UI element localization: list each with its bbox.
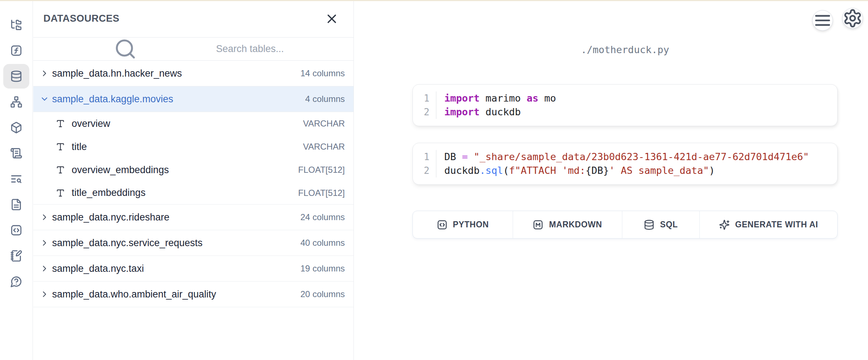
help-chat-icon bbox=[10, 275, 22, 288]
chevron-right-icon bbox=[40, 290, 49, 299]
table-row[interactable]: sample_data.hn.hacker_news14 columns bbox=[33, 61, 353, 86]
line-number: 1 bbox=[413, 150, 436, 164]
column-type: VARCHAR bbox=[303, 142, 345, 152]
notebook-filename[interactable]: ./motherduck.py bbox=[412, 44, 838, 55]
settings-button[interactable] bbox=[842, 8, 863, 29]
add-cell-button-label: SQL bbox=[660, 220, 678, 230]
add-cell-button-label: PYTHON bbox=[453, 220, 489, 230]
rail-item-dependencies[interactable] bbox=[10, 96, 22, 108]
column-type: VARCHAR bbox=[303, 119, 345, 129]
code-cell[interactable]: 12import marimo as moimport duckdb bbox=[412, 84, 838, 126]
code-line: import duckdb bbox=[444, 105, 837, 119]
line-number: 2 bbox=[413, 164, 436, 177]
column-name: title bbox=[72, 141, 87, 153]
rail-item-file-explorer[interactable] bbox=[10, 19, 22, 31]
code-square-icon bbox=[437, 219, 448, 230]
document-icon bbox=[10, 198, 22, 211]
table-row[interactable]: sample_data.who.ambient_air_quality20 co… bbox=[33, 282, 353, 307]
column-row[interactable]: titleVARCHAR bbox=[33, 135, 353, 158]
search-icon bbox=[42, 38, 209, 60]
panel-title: DATASOURCES bbox=[43, 13, 119, 24]
scroll-icon bbox=[10, 147, 22, 159]
line-number: 2 bbox=[413, 105, 436, 119]
rail-item-logs[interactable] bbox=[10, 147, 22, 159]
column-count: 40 columns bbox=[300, 238, 345, 248]
chevron-right-toggle[interactable] bbox=[40, 264, 49, 273]
code-editor[interactable]: DB = "_share/sample_data/23b0d623-1361-4… bbox=[436, 150, 837, 177]
column-count: 4 columns bbox=[305, 94, 345, 104]
rail-item-variables[interactable] bbox=[10, 44, 22, 57]
table-list: sample_data.hn.hacker_news14 columnssamp… bbox=[33, 61, 353, 307]
column-name: overview_embeddings bbox=[72, 164, 169, 176]
column-name: title_embeddings bbox=[72, 187, 145, 198]
icon-rail bbox=[0, 0, 33, 360]
rail-item-packages[interactable] bbox=[10, 121, 22, 134]
rail-item-help[interactable] bbox=[10, 275, 22, 288]
close-panel-button[interactable] bbox=[325, 12, 339, 26]
chevron-right-icon bbox=[40, 213, 49, 222]
text-type-icon bbox=[56, 165, 65, 175]
add-cell-generate-with-ai-button[interactable]: GENERATE WITH AI bbox=[699, 211, 837, 238]
column-count: 24 columns bbox=[300, 212, 345, 222]
chevron-right-toggle[interactable] bbox=[40, 213, 49, 222]
table-search bbox=[33, 38, 353, 61]
column-count: 19 columns bbox=[300, 263, 345, 274]
column-name: overview bbox=[72, 118, 110, 129]
column-type: FLOAT[512] bbox=[298, 165, 345, 175]
notebook-menu-button[interactable] bbox=[812, 10, 833, 31]
markdown-icon bbox=[533, 219, 543, 230]
sparkles-icon bbox=[719, 219, 730, 230]
search-input[interactable] bbox=[215, 43, 345, 55]
rail-item-datasources[interactable] bbox=[10, 70, 22, 82]
rail-item-documentation[interactable] bbox=[10, 198, 22, 211]
panel-header: DATASOURCES bbox=[33, 0, 353, 38]
chevron-right-toggle[interactable] bbox=[40, 290, 49, 299]
line-number: 1 bbox=[413, 91, 436, 105]
table-row[interactable]: sample_data.nyc.taxi19 columns bbox=[33, 256, 353, 282]
add-cell-markdown-button[interactable]: MARKDOWN bbox=[513, 211, 622, 238]
text-search-icon bbox=[10, 173, 22, 185]
chevron-right-icon bbox=[40, 69, 49, 78]
notebook-pen-icon bbox=[10, 250, 22, 262]
database-icon bbox=[10, 70, 22, 82]
table-name: sample_data.nyc.service_requests bbox=[52, 237, 203, 249]
chevron-down-toggle[interactable] bbox=[40, 94, 49, 104]
add-cell-button-label: GENERATE WITH AI bbox=[735, 220, 818, 230]
function-icon bbox=[10, 44, 22, 57]
code-cell[interactable]: 12DB = "_share/sample_data/23b0d623-1361… bbox=[412, 143, 838, 185]
chevron-down-icon bbox=[40, 94, 49, 104]
text-type-icon bbox=[56, 142, 65, 151]
add-cell-sql-button[interactable]: SQL bbox=[622, 211, 699, 238]
code-line: import marimo as mo bbox=[444, 91, 837, 105]
top-accent-strip bbox=[0, 0, 868, 1]
x-icon bbox=[325, 12, 339, 26]
column-row[interactable]: overviewVARCHAR bbox=[33, 112, 353, 135]
line-number-gutter: 12 bbox=[413, 91, 436, 119]
column-count: 20 columns bbox=[300, 289, 345, 299]
dependency-graph-icon bbox=[10, 96, 22, 108]
code-line: DB = "_share/sample_data/23b0d623-1361-4… bbox=[444, 150, 837, 164]
column-row[interactable]: title_embeddingsFLOAT[512] bbox=[33, 181, 353, 205]
table-name: sample_data.hn.hacker_news bbox=[52, 68, 182, 79]
table-name: sample_data.nyc.rideshare bbox=[52, 212, 169, 223]
code-line: duckdb.sql(f"ATTACH 'md:{DB}' AS sample_… bbox=[444, 164, 837, 177]
chevron-right-toggle[interactable] bbox=[40, 238, 49, 248]
gear-icon bbox=[843, 8, 863, 28]
table-name: sample_data.kaggle.movies bbox=[52, 94, 173, 105]
table-name: sample_data.who.ambient_air_quality bbox=[52, 289, 216, 300]
add-cell-python-button[interactable]: PYTHON bbox=[413, 211, 513, 238]
menu-icon bbox=[813, 10, 833, 30]
column-row[interactable]: overview_embeddingsFLOAT[512] bbox=[33, 158, 353, 181]
code-editor[interactable]: import marimo as moimport duckdb bbox=[436, 91, 837, 119]
text-type-icon bbox=[56, 188, 65, 198]
table-row[interactable]: sample_data.kaggle.movies4 columns bbox=[33, 86, 353, 112]
rail-item-scratchpad[interactable] bbox=[10, 250, 22, 262]
column-type: FLOAT[512] bbox=[298, 188, 345, 198]
table-row[interactable]: sample_data.nyc.service_requests40 colum… bbox=[33, 230, 353, 256]
rail-item-snippets[interactable] bbox=[10, 224, 22, 236]
rail-item-log-search[interactable] bbox=[10, 173, 22, 185]
chevron-right-icon bbox=[40, 238, 49, 248]
chevron-right-toggle[interactable] bbox=[40, 69, 49, 78]
table-row[interactable]: sample_data.nyc.rideshare24 columns bbox=[33, 205, 353, 230]
code-square-icon bbox=[10, 224, 22, 236]
